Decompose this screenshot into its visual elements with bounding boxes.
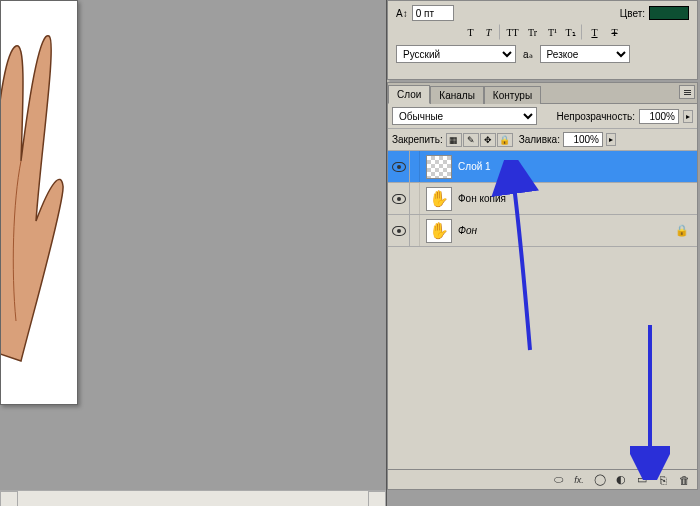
opacity-flyout-button[interactable]: ▸: [683, 110, 693, 123]
opacity-input[interactable]: 100%: [639, 109, 679, 124]
opacity-label: Непрозрачность:: [556, 111, 635, 122]
new-layer-button[interactable]: ⎘: [653, 472, 673, 488]
lock-transparency-button[interactable]: ▦: [446, 133, 462, 147]
visibility-toggle[interactable]: [388, 183, 410, 214]
layer-name-label: Фон: [458, 225, 477, 236]
faux-italic-button[interactable]: T: [482, 24, 500, 40]
panel-menu-button[interactable]: [679, 85, 695, 99]
document-window[interactable]: [0, 0, 78, 405]
layer-list: Слой 1 ✋ Фон копия ✋ Фон 🔒: [388, 151, 697, 469]
layer-mask-button[interactable]: ◯: [590, 472, 610, 488]
eye-icon: [392, 162, 406, 172]
lock-position-button[interactable]: ✥: [480, 133, 496, 147]
panel-tabs: Слои Каналы Контуры: [388, 83, 697, 104]
color-label: Цвет:: [620, 8, 645, 19]
superscript-button[interactable]: T¹: [544, 24, 562, 40]
layer-thumbnail[interactable]: [426, 155, 452, 179]
layers-panel: Слои Каналы Контуры Обычные Непрозрачнос…: [387, 82, 698, 490]
hand-icon: ✋: [429, 191, 449, 207]
text-style-buttons: T T TT Tr T¹ T₁ T Ŧ: [396, 24, 689, 40]
antialias-select[interactable]: Резкое: [540, 45, 630, 63]
layer-row-fon-kopiya[interactable]: ✋ Фон копия: [388, 183, 697, 215]
fill-flyout-button[interactable]: ▸: [606, 133, 616, 146]
adjustment-layer-button[interactable]: ◐: [611, 472, 631, 488]
layer-fx-button[interactable]: fx.: [569, 472, 589, 488]
layer-thumbnail[interactable]: ✋: [426, 219, 452, 243]
hand-icon: ✋: [429, 223, 449, 239]
strikethrough-button[interactable]: Ŧ: [606, 24, 624, 40]
visibility-toggle[interactable]: [388, 215, 410, 246]
character-panel: A↕ 0 пт Цвет: T T TT Tr T¹ T₁ T Ŧ Русски…: [387, 0, 698, 80]
leading-input[interactable]: 0 пт: [412, 5, 454, 21]
underline-button[interactable]: T: [586, 24, 604, 40]
subscript-button[interactable]: T₁: [564, 24, 582, 40]
text-color-swatch[interactable]: [649, 6, 689, 20]
lock-label: Закрепить:: [392, 134, 443, 145]
fill-label: Заливка:: [519, 134, 560, 145]
canvas-content-hand: [0, 21, 71, 371]
lock-pixels-button[interactable]: ✎: [463, 133, 479, 147]
language-select[interactable]: Русский: [396, 45, 516, 63]
all-caps-button[interactable]: TT: [504, 24, 522, 40]
delete-layer-button[interactable]: 🗑: [674, 472, 694, 488]
blend-mode-select[interactable]: Обычные: [392, 107, 537, 125]
layers-footer: ⬭ fx. ◯ ◐ ▭ ⎘ 🗑: [388, 469, 697, 489]
tab-channels[interactable]: Каналы: [430, 86, 484, 104]
tab-paths[interactable]: Контуры: [484, 86, 541, 104]
fill-input[interactable]: 100%: [563, 132, 603, 147]
layer-name-label: Фон копия: [458, 193, 506, 204]
layer-row-sloy1[interactable]: Слой 1: [388, 151, 697, 183]
antialias-icon: aₐ: [520, 49, 536, 60]
horizontal-scrollbar[interactable]: [0, 490, 386, 506]
visibility-toggle[interactable]: [388, 151, 410, 182]
canvas-area[interactable]: [0, 0, 386, 506]
lock-indicator-icon: 🔒: [675, 224, 689, 237]
layer-row-fon[interactable]: ✋ Фон 🔒: [388, 215, 697, 247]
link-layers-button[interactable]: ⬭: [548, 472, 568, 488]
tab-layers[interactable]: Слои: [388, 85, 430, 104]
layer-thumbnail[interactable]: ✋: [426, 187, 452, 211]
eye-icon: [392, 194, 406, 204]
new-group-button[interactable]: ▭: [632, 472, 652, 488]
small-caps-button[interactable]: Tr: [524, 24, 542, 40]
eye-icon: [392, 226, 406, 236]
faux-bold-button[interactable]: T: [462, 24, 480, 40]
leading-icon: A↕: [396, 8, 408, 19]
lock-all-button[interactable]: 🔒: [497, 133, 513, 147]
layer-name-label: Слой 1: [458, 161, 491, 172]
